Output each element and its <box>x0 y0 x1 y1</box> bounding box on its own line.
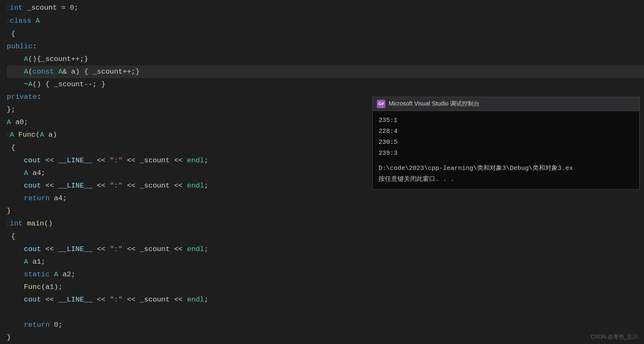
console-path: D:\code\2023\cpp-learning\类和对象3\Debug\类和… <box>379 163 633 174</box>
console-popup[interactable]: C# Microsoft Visual Studio 调试控制台 235:1 2… <box>372 97 640 190</box>
output-line-4: 239:3 <box>379 148 633 159</box>
line-20: cout << __LINE__ << ":" << _scount << en… <box>7 245 209 253</box>
line-7: ~A() { _scount--; } <box>7 80 106 88</box>
output-line-1: 235:1 <box>379 115 633 126</box>
line-24: cout << __LINE__ << ":" << _scount << en… <box>7 296 209 304</box>
line-1: □int _scount = 0; <box>7 4 78 12</box>
line-23: Func(a1); <box>7 283 63 291</box>
line-26: return 0; <box>7 321 63 329</box>
console-app-icon: C# <box>377 100 385 108</box>
line-17: } <box>7 207 11 215</box>
line-3: { <box>7 30 15 38</box>
line-19: { <box>7 233 15 241</box>
line-16: return a4; <box>7 194 67 202</box>
line-18: □int main() <box>7 220 53 228</box>
line-4: public: <box>7 42 37 50</box>
line-15: cout << __LINE__ << ":" << _scount << en… <box>7 182 209 190</box>
line-2: □class A <box>7 17 40 25</box>
console-wait: 按任意键关闭此窗口. . . <box>379 174 633 185</box>
line-13: cout << __LINE__ << ":" << _scount << en… <box>7 156 209 164</box>
console-titlebar: C# Microsoft Visual Studio 调试控制台 <box>373 97 639 111</box>
line-21: A a1; <box>7 258 45 266</box>
line-22: static A a2; <box>7 270 75 278</box>
line-5: A(){_scount++;} <box>7 55 88 63</box>
line-9: }; <box>7 106 15 114</box>
line-11: □A Func(A a) <box>7 131 57 139</box>
line-10: A a0; <box>7 118 28 126</box>
output-line-2: 228:4 <box>379 126 633 137</box>
output-line-3: 230:5 <box>379 137 633 148</box>
console-title: Microsoft Visual Studio 调试控制台 <box>389 100 480 108</box>
watermark: CSDN @青色_忘川 <box>591 333 638 341</box>
line-14: A a4; <box>7 169 45 177</box>
line-12: { <box>7 144 15 152</box>
line-27: } <box>7 333 11 341</box>
line-8: private: <box>7 93 41 101</box>
line-6: A(const A& a) { _scount++;} <box>7 66 644 78</box>
console-body: 235:1 228:4 230:5 239:3 D:\code\2023\cpp… <box>373 111 639 189</box>
